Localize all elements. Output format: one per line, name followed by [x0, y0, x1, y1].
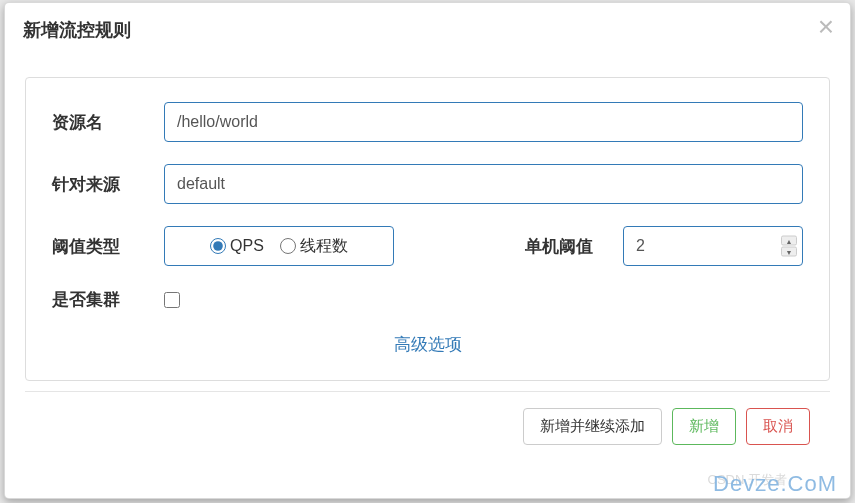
threshold-value-label: 单机阈值	[525, 235, 593, 258]
cluster-checkbox[interactable]	[164, 292, 180, 308]
resource-label: 资源名	[52, 111, 164, 134]
advanced-options: 高级选项	[52, 333, 803, 356]
modal-footer: 新增并继续添加 新增 取消	[25, 391, 830, 461]
radio-threads-label: 线程数	[300, 236, 348, 257]
modal-body: 资源名 针对来源 阈值类型 QPS 线程数	[5, 57, 850, 391]
flow-rule-modal: 新增流控规则 × 资源名 针对来源 阈值类型 QPS	[4, 2, 851, 499]
form-panel: 资源名 针对来源 阈值类型 QPS 线程数	[25, 77, 830, 381]
source-input[interactable]	[164, 164, 803, 204]
close-icon[interactable]: ×	[818, 13, 834, 41]
spinner-up-icon[interactable]: ▲	[781, 236, 797, 246]
spinner-down-icon[interactable]: ▼	[781, 247, 797, 257]
cluster-label: 是否集群	[52, 288, 164, 311]
radio-threads[interactable]: 线程数	[280, 236, 348, 257]
radio-qps[interactable]: QPS	[210, 237, 264, 255]
resource-input[interactable]	[164, 102, 803, 142]
number-spinner: ▲ ▼	[781, 236, 797, 257]
threshold-type-box: QPS 线程数	[164, 226, 394, 266]
radio-qps-input[interactable]	[210, 238, 226, 254]
radio-qps-label: QPS	[230, 237, 264, 255]
threshold-type-label: 阈值类型	[52, 235, 164, 258]
cluster-row: 是否集群	[52, 288, 803, 311]
advanced-options-link[interactable]: 高级选项	[394, 335, 462, 354]
modal-header: 新增流控规则 ×	[5, 3, 850, 57]
source-row: 针对来源	[52, 164, 803, 204]
radio-threads-input[interactable]	[280, 238, 296, 254]
modal-title: 新增流控规则	[23, 18, 832, 42]
cancel-button[interactable]: 取消	[746, 408, 810, 445]
threshold-value-input[interactable]	[623, 226, 803, 266]
resource-row: 资源名	[52, 102, 803, 142]
source-label: 针对来源	[52, 173, 164, 196]
add-continue-button[interactable]: 新增并继续添加	[523, 408, 662, 445]
threshold-input-wrap: ▲ ▼	[623, 226, 803, 266]
add-button[interactable]: 新增	[672, 408, 736, 445]
threshold-row: 阈值类型 QPS 线程数 单机阈值 ▲	[52, 226, 803, 266]
